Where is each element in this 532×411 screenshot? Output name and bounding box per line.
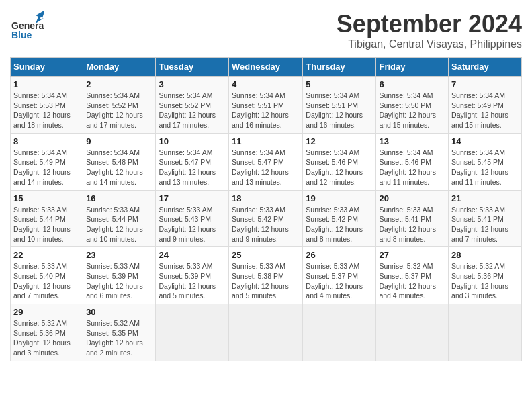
calendar-week-1: 1Sunrise: 5:34 AM Sunset: 5:53 PM Daylig… bbox=[11, 77, 522, 134]
header: General Blue September 2024 Tibigan, Cen… bbox=[10, 10, 522, 50]
location-title: Tibigan, Central Visayas, Philippines bbox=[337, 38, 522, 50]
day-number: 28 bbox=[451, 250, 519, 260]
day-number: 27 bbox=[379, 250, 445, 260]
day-info: Sunrise: 5:34 AM Sunset: 5:51 PM Dayligh… bbox=[306, 91, 373, 130]
calendar-cell: 21Sunrise: 5:33 AM Sunset: 5:41 PM Dayli… bbox=[449, 190, 522, 247]
calendar-cell: 18Sunrise: 5:33 AM Sunset: 5:42 PM Dayli… bbox=[229, 190, 303, 247]
day-number: 10 bbox=[159, 136, 226, 146]
day-number: 19 bbox=[306, 193, 373, 203]
calendar-cell: 29Sunrise: 5:32 AM Sunset: 5:36 PM Dayli… bbox=[11, 304, 83, 361]
day-info: Sunrise: 5:34 AM Sunset: 5:46 PM Dayligh… bbox=[306, 148, 373, 187]
calendar-cell bbox=[229, 304, 303, 361]
day-info: Sunrise: 5:33 AM Sunset: 5:39 PM Dayligh… bbox=[86, 261, 152, 301]
col-friday: Friday bbox=[376, 58, 449, 77]
day-number: 18 bbox=[232, 193, 300, 203]
day-info: Sunrise: 5:33 AM Sunset: 5:41 PM Dayligh… bbox=[451, 205, 519, 244]
calendar-cell: 9Sunrise: 5:34 AM Sunset: 5:48 PM Daylig… bbox=[83, 133, 156, 190]
day-info: Sunrise: 5:32 AM Sunset: 5:36 PM Dayligh… bbox=[13, 318, 80, 358]
day-number: 29 bbox=[13, 307, 80, 317]
day-number: 4 bbox=[232, 79, 300, 89]
day-number: 15 bbox=[13, 193, 80, 203]
calendar-cell: 27Sunrise: 5:32 AM Sunset: 5:37 PM Dayli… bbox=[376, 247, 449, 304]
day-info: Sunrise: 5:33 AM Sunset: 5:43 PM Dayligh… bbox=[159, 205, 226, 244]
calendar-cell bbox=[156, 304, 229, 361]
day-number: 8 bbox=[13, 136, 80, 146]
day-number: 16 bbox=[86, 193, 152, 203]
calendar-cell: 13Sunrise: 5:34 AM Sunset: 5:46 PM Dayli… bbox=[376, 133, 449, 190]
calendar-cell: 26Sunrise: 5:33 AM Sunset: 5:37 PM Dayli… bbox=[303, 247, 376, 304]
day-info: Sunrise: 5:33 AM Sunset: 5:42 PM Dayligh… bbox=[306, 205, 373, 244]
calendar-cell: 25Sunrise: 5:33 AM Sunset: 5:38 PM Dayli… bbox=[229, 247, 303, 304]
col-wednesday: Wednesday bbox=[229, 58, 303, 77]
calendar-cell: 15Sunrise: 5:33 AM Sunset: 5:44 PM Dayli… bbox=[11, 190, 83, 247]
day-info: Sunrise: 5:34 AM Sunset: 5:49 PM Dayligh… bbox=[451, 91, 519, 130]
day-info: Sunrise: 5:34 AM Sunset: 5:49 PM Dayligh… bbox=[13, 148, 80, 187]
day-info: Sunrise: 5:33 AM Sunset: 5:40 PM Dayligh… bbox=[13, 261, 80, 301]
calendar-cell: 14Sunrise: 5:34 AM Sunset: 5:45 PM Dayli… bbox=[449, 133, 522, 190]
calendar-week-3: 15Sunrise: 5:33 AM Sunset: 5:44 PM Dayli… bbox=[11, 190, 522, 247]
calendar-cell: 20Sunrise: 5:33 AM Sunset: 5:41 PM Dayli… bbox=[376, 190, 449, 247]
day-number: 11 bbox=[232, 136, 300, 146]
col-thursday: Thursday bbox=[303, 58, 376, 77]
calendar-cell bbox=[376, 304, 449, 361]
day-info: Sunrise: 5:34 AM Sunset: 5:45 PM Dayligh… bbox=[451, 148, 519, 187]
calendar-week-4: 22Sunrise: 5:33 AM Sunset: 5:40 PM Dayli… bbox=[11, 247, 522, 304]
calendar-cell: 1Sunrise: 5:34 AM Sunset: 5:53 PM Daylig… bbox=[11, 77, 83, 134]
logo-bird-icon: General Blue bbox=[10, 10, 44, 44]
day-number: 7 bbox=[451, 79, 519, 89]
calendar-cell: 28Sunrise: 5:32 AM Sunset: 5:36 PM Dayli… bbox=[449, 247, 522, 304]
calendar-week-2: 8Sunrise: 5:34 AM Sunset: 5:49 PM Daylig… bbox=[11, 133, 522, 190]
calendar-table: Sunday Monday Tuesday Wednesday Thursday… bbox=[10, 57, 522, 361]
day-number: 20 bbox=[379, 193, 445, 203]
col-tuesday: Tuesday bbox=[156, 58, 229, 77]
day-info: Sunrise: 5:33 AM Sunset: 5:44 PM Dayligh… bbox=[13, 205, 80, 244]
column-headers: Sunday Monday Tuesday Wednesday Thursday… bbox=[11, 58, 522, 77]
calendar-cell: 12Sunrise: 5:34 AM Sunset: 5:46 PM Dayli… bbox=[303, 133, 376, 190]
calendar-cell: 3Sunrise: 5:34 AM Sunset: 5:52 PM Daylig… bbox=[156, 77, 229, 134]
day-number: 26 bbox=[306, 250, 373, 260]
day-info: Sunrise: 5:34 AM Sunset: 5:52 PM Dayligh… bbox=[86, 91, 152, 130]
day-number: 2 bbox=[86, 79, 152, 89]
day-number: 24 bbox=[159, 250, 226, 260]
day-number: 14 bbox=[451, 136, 519, 146]
calendar-cell: 4Sunrise: 5:34 AM Sunset: 5:51 PM Daylig… bbox=[229, 77, 303, 134]
day-info: Sunrise: 5:34 AM Sunset: 5:50 PM Dayligh… bbox=[379, 91, 445, 130]
calendar-cell: 19Sunrise: 5:33 AM Sunset: 5:42 PM Dayli… bbox=[303, 190, 376, 247]
day-number: 3 bbox=[159, 79, 226, 89]
day-info: Sunrise: 5:34 AM Sunset: 5:46 PM Dayligh… bbox=[379, 148, 445, 187]
day-info: Sunrise: 5:33 AM Sunset: 5:41 PM Dayligh… bbox=[379, 205, 445, 244]
calendar-cell: 2Sunrise: 5:34 AM Sunset: 5:52 PM Daylig… bbox=[83, 77, 156, 134]
day-info: Sunrise: 5:33 AM Sunset: 5:37 PM Dayligh… bbox=[306, 261, 373, 301]
calendar-cell bbox=[449, 304, 522, 361]
day-number: 13 bbox=[379, 136, 445, 146]
day-number: 23 bbox=[86, 250, 152, 260]
day-info: Sunrise: 5:33 AM Sunset: 5:44 PM Dayligh… bbox=[86, 205, 152, 244]
day-info: Sunrise: 5:32 AM Sunset: 5:37 PM Dayligh… bbox=[379, 261, 445, 301]
calendar-cell: 30Sunrise: 5:32 AM Sunset: 5:35 PM Dayli… bbox=[83, 304, 156, 361]
day-number: 6 bbox=[379, 79, 445, 89]
calendar-cell: 8Sunrise: 5:34 AM Sunset: 5:49 PM Daylig… bbox=[11, 133, 83, 190]
calendar-cell: 7Sunrise: 5:34 AM Sunset: 5:49 PM Daylig… bbox=[449, 77, 522, 134]
col-monday: Monday bbox=[83, 58, 156, 77]
col-sunday: Sunday bbox=[11, 58, 83, 77]
day-number: 22 bbox=[13, 250, 80, 260]
day-number: 12 bbox=[306, 136, 373, 146]
day-number: 21 bbox=[451, 193, 519, 203]
day-info: Sunrise: 5:34 AM Sunset: 5:52 PM Dayligh… bbox=[159, 91, 226, 130]
calendar-cell: 6Sunrise: 5:34 AM Sunset: 5:50 PM Daylig… bbox=[376, 77, 449, 134]
calendar-cell: 23Sunrise: 5:33 AM Sunset: 5:39 PM Dayli… bbox=[83, 247, 156, 304]
month-title: September 2024 bbox=[337, 10, 522, 38]
logo: General Blue bbox=[10, 10, 44, 46]
day-info: Sunrise: 5:33 AM Sunset: 5:38 PM Dayligh… bbox=[232, 261, 300, 301]
day-info: Sunrise: 5:34 AM Sunset: 5:53 PM Dayligh… bbox=[13, 91, 80, 130]
day-info: Sunrise: 5:34 AM Sunset: 5:51 PM Dayligh… bbox=[232, 91, 300, 130]
calendar-cell: 24Sunrise: 5:33 AM Sunset: 5:39 PM Dayli… bbox=[156, 247, 229, 304]
day-info: Sunrise: 5:33 AM Sunset: 5:39 PM Dayligh… bbox=[159, 261, 226, 301]
calendar-cell: 17Sunrise: 5:33 AM Sunset: 5:43 PM Dayli… bbox=[156, 190, 229, 247]
calendar-cell: 16Sunrise: 5:33 AM Sunset: 5:44 PM Dayli… bbox=[83, 190, 156, 247]
day-info: Sunrise: 5:34 AM Sunset: 5:47 PM Dayligh… bbox=[232, 148, 300, 187]
day-info: Sunrise: 5:32 AM Sunset: 5:35 PM Dayligh… bbox=[86, 318, 152, 358]
calendar-cell: 5Sunrise: 5:34 AM Sunset: 5:51 PM Daylig… bbox=[303, 77, 376, 134]
calendar-cell: 11Sunrise: 5:34 AM Sunset: 5:47 PM Dayli… bbox=[229, 133, 303, 190]
calendar-week-5: 29Sunrise: 5:32 AM Sunset: 5:36 PM Dayli… bbox=[11, 304, 522, 361]
